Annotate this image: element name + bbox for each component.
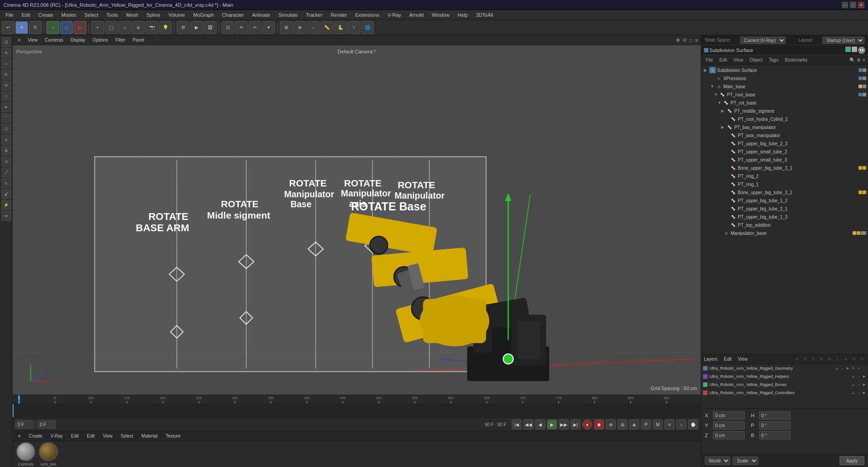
- prev-frame-button[interactable]: ◀◀: [524, 419, 533, 429]
- sound-button[interactable]: ♪: [676, 419, 686, 429]
- coord-h-input[interactable]: [759, 411, 791, 419]
- rotate-tool-button[interactable]: ↻: [29, 21, 42, 34]
- mat-menu-material[interactable]: Material: [139, 433, 160, 439]
- coord-p-input[interactable]: [759, 421, 791, 429]
- world-select[interactable]: World: [705, 457, 730, 465]
- lm-layer-icon[interactable]: □: [862, 366, 866, 371]
- om-menu-object[interactable]: Object: [748, 57, 764, 63]
- coord-b-input[interactable]: [759, 431, 791, 439]
- scale-select[interactable]: Scale: [733, 457, 758, 465]
- om-row-rotbase[interactable]: ▼ 🦴 PT_rot_base: [701, 99, 868, 107]
- om-row-mainbase[interactable]: ▼ ◎ Main_base: [701, 82, 868, 91]
- menu-mograph[interactable]: MoGraph: [189, 11, 217, 19]
- select-tool[interactable]: ⊡: [1, 37, 11, 47]
- lm-row-helpers[interactable]: Ultra_Robotic_Arm_Yellow_Rigged_Helpers …: [701, 372, 868, 381]
- polygon-mode-button[interactable]: ◇: [60, 21, 73, 34]
- material-item-controls[interactable]: Controls: [16, 442, 35, 467]
- curve-tool[interactable]: ∿: [1, 178, 11, 188]
- lm-row-geometry[interactable]: Ultra_Robotic_Arm_Yellow_Rigged_Geometry…: [701, 364, 868, 372]
- dollar-tool[interactable]: $: [1, 146, 11, 156]
- sphere-button[interactable]: ○: [118, 21, 131, 34]
- viewport-menu-view[interactable]: View: [25, 37, 41, 43]
- autokey-button[interactable]: ⊕: [606, 419, 616, 429]
- menu-volume[interactable]: Volume: [165, 11, 189, 19]
- lm-vis-icon[interactable]: ●: [835, 366, 839, 371]
- menu-animate[interactable]: Animate: [248, 11, 274, 19]
- arc-tool[interactable]: ⌒: [1, 113, 11, 123]
- menu-arnold[interactable]: Arnold: [406, 11, 427, 19]
- om-menu-bookmarks[interactable]: Bookmarks: [783, 57, 809, 63]
- transform-tool[interactable]: ⟳: [1, 81, 11, 91]
- timeline-content[interactable]: [13, 404, 701, 418]
- layout-select[interactable]: Startup (User): [822, 37, 864, 44]
- viewport-menu-filter[interactable]: Filter: [113, 37, 128, 43]
- globe-button[interactable]: 🌐: [361, 21, 374, 34]
- mat-menu-view[interactable]: View: [100, 433, 116, 439]
- menu-extensions[interactable]: Extensions: [351, 11, 383, 19]
- om-row-smalltube3[interactable]: ▶ 🦴 PT_upper_small_tube_3: [701, 156, 868, 164]
- frame-start-input[interactable]: [38, 420, 56, 429]
- edge-mode-button[interactable]: ▷: [74, 21, 86, 34]
- menu-tools[interactable]: Tools: [103, 11, 122, 19]
- om-menu-edit[interactable]: Edit: [717, 57, 729, 63]
- om-row-topadd[interactable]: ▶ 🦴 PT_top_addition: [701, 221, 868, 229]
- vray-button[interactable]: V: [348, 21, 360, 34]
- material-swatch-arm[interactable]: [39, 442, 58, 461]
- lm-menu-edit[interactable]: Edit: [724, 357, 731, 362]
- material-swatch-controls[interactable]: [16, 442, 35, 461]
- menu-character[interactable]: Character: [218, 11, 247, 19]
- minimize-button[interactable]: —: [842, 2, 848, 8]
- om-row-smalltube2[interactable]: ▶ 🦴 PT_upper_small_tube_2: [701, 148, 868, 156]
- menu-spline[interactable]: Spline: [143, 11, 164, 19]
- om-row-bonebt31[interactable]: ▶ 🦴 Bone_upper_big_tube_3_1: [701, 164, 868, 172]
- menu-simulate[interactable]: Simulate: [275, 11, 302, 19]
- menu-file[interactable]: File: [2, 11, 17, 19]
- menu-help[interactable]: Help: [454, 11, 472, 19]
- om-row-roothydra[interactable]: ▶ 🦴 PT_root_hydra_Cylind_2: [701, 115, 868, 123]
- key-sel-button[interactable]: ◈: [629, 419, 639, 429]
- lm-render2-icon[interactable]: ○: [856, 374, 861, 379]
- menu-create[interactable]: Create: [35, 11, 57, 19]
- render-settings-button[interactable]: ⚙: [177, 21, 189, 34]
- mat-menu-function[interactable]: Edit: [84, 433, 97, 439]
- python-button[interactable]: 🐍: [334, 21, 347, 34]
- om-menu-view[interactable]: View: [731, 57, 745, 63]
- viewport-menu-display[interactable]: Display: [68, 37, 88, 43]
- circle-tool[interactable]: ⊙: [1, 157, 11, 167]
- viewport-menu-panel[interactable]: Panel: [130, 37, 147, 43]
- record-button[interactable]: ●: [582, 419, 592, 429]
- viewport-menu-burger[interactable]: ≡: [15, 37, 24, 43]
- coord-z-input[interactable]: [713, 431, 745, 439]
- menu-modes[interactable]: Modes: [58, 11, 80, 19]
- go-start-button[interactable]: |◀: [512, 419, 522, 429]
- lm-row-controllers[interactable]: Ultra_Robotic_Arm_Yellow_Rigged_Controll…: [701, 389, 868, 397]
- menu-mesh[interactable]: Mesh: [123, 11, 142, 19]
- lm-mograph-icon[interactable]: ≡: [856, 366, 861, 371]
- key-all-button[interactable]: ⊞: [618, 419, 627, 429]
- go-end-button[interactable]: ▶|: [571, 419, 580, 429]
- key-pos-button[interactable]: P: [641, 419, 651, 429]
- lm-motion3-icon[interactable]: ▶: [862, 382, 866, 387]
- om-menu-tags[interactable]: Tags: [767, 57, 780, 63]
- coord-x-input[interactable]: [713, 411, 745, 419]
- om-row-asixmanip[interactable]: ▶ 🦴 PT_asix_manipulator: [701, 131, 868, 139]
- mat-menu-vray[interactable]: V-Ray: [48, 433, 66, 439]
- node-space-select[interactable]: Current (V-Ray): [740, 37, 786, 44]
- mat-menu-texture[interactable]: Texture: [163, 433, 183, 439]
- lm-motion4-icon[interactable]: ▶: [862, 391, 866, 395]
- lm-row-bones[interactable]: Ultra_Robotic_Arm_Yellow_Rigged_Bones ● …: [701, 381, 868, 389]
- brush-tool-button[interactable]: ✏: [235, 21, 248, 34]
- menu-select[interactable]: Select: [81, 11, 102, 19]
- current-frame-input[interactable]: [15, 420, 33, 429]
- lm-render-icon[interactable]: ○: [840, 366, 844, 371]
- line-tool[interactable]: ╱: [1, 167, 11, 177]
- null-tool[interactable]: □: [1, 91, 11, 101]
- close-button[interactable]: ✕: [858, 2, 864, 8]
- lm-vis3-icon[interactable]: ●: [851, 382, 855, 387]
- viewport[interactable]: Perspective Default Camera:*: [13, 45, 701, 395]
- grid-button[interactable]: ⊞: [280, 21, 292, 34]
- record2-button[interactable]: ⏺: [594, 419, 604, 429]
- magnet-side-tool[interactable]: ⚡: [1, 200, 11, 210]
- lm-menu-layers[interactable]: Layers: [704, 357, 717, 362]
- select-tool-button[interactable]: ⊡: [222, 21, 234, 34]
